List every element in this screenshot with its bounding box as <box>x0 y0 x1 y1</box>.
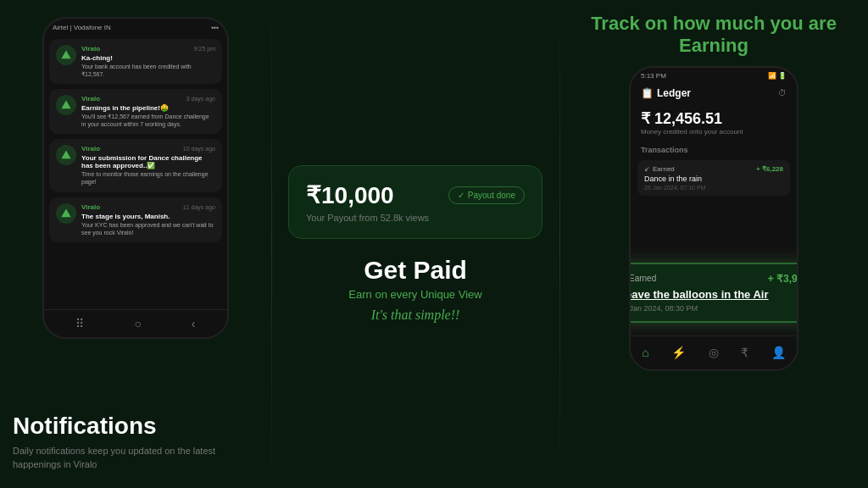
nav-icon-home: ○ <box>134 317 141 330</box>
notif-app-1: Viralo <box>81 45 100 53</box>
highlight-type-text: Earned <box>629 274 656 283</box>
earned-arrow-icon: ↙ <box>644 165 650 173</box>
middle-section: ₹10,000 ✓ Payout done Your Payout from 5… <box>271 0 559 488</box>
notifications-phone: Airtel | Vodafone IN ▪▪▪ Viralo 9:25 pm … <box>42 17 229 339</box>
nav-icon-menu: ⠿ <box>75 317 84 330</box>
notif-app-4: Viralo <box>81 203 100 211</box>
tx-type-1: ↙ Earned <box>644 165 675 173</box>
notifications-title: Notifications <box>13 413 259 440</box>
right-divider <box>559 0 560 488</box>
get-paid-italic: It's that simple!! <box>348 308 481 323</box>
transactions-label: Transactions <box>631 142 797 158</box>
notification-item-2[interactable]: Viralo 3 days ago Earnings in the pipeli… <box>49 89 222 134</box>
viralo-icon-4 <box>56 203 76 224</box>
tx-name-1: Dance in the rain <box>644 175 783 183</box>
right-status-bar: 5:13 PM 📶 🔋 <box>631 68 797 84</box>
tab-bolt-icon[interactable]: ⚡ <box>671 346 686 359</box>
payout-sub: Your Payout from 52.8k views <box>306 213 525 223</box>
highlight-transaction-card: ↙ Earned + ₹3,986 Leave the balloons in … <box>629 263 798 323</box>
ledger-header: 📋 Ledger ⏱ <box>631 84 797 103</box>
right-title: Track on how much you are Earning <box>576 13 851 58</box>
notification-item-1[interactable]: Viralo 9:25 pm Ka-ching! Your bank accou… <box>49 39 222 84</box>
notification-item-4[interactable]: Viralo 11 days ago The stage is yours, M… <box>49 197 222 242</box>
left-section: Airtel | Vodafone IN ▪▪▪ Viralo 9:25 pm … <box>0 0 271 488</box>
ledger-amount: ₹ 12,456.51 <box>641 109 787 128</box>
notif-title-1: Ka-ching! <box>81 54 215 62</box>
svg-marker-1 <box>61 101 70 109</box>
status-time: Airtel | Vodafone IN <box>53 24 111 31</box>
right-time: 5:13 PM <box>641 72 666 80</box>
notif-content-3: Viralo 10 days ago Your submission for D… <box>81 145 215 186</box>
tab-profile-icon[interactable]: 👤 <box>771 346 786 359</box>
notif-time-3: 10 days ago <box>183 146 215 152</box>
notif-time-4: 11 days ago <box>183 204 215 210</box>
ledger-icon: 📋 <box>641 87 654 99</box>
notifications-desc: Daily notifications keep you updated on … <box>13 445 259 471</box>
payout-amount: ₹10,000 <box>306 181 394 209</box>
svg-marker-0 <box>61 50 70 58</box>
phone-status-bar: Airtel | Vodafone IN ▪▪▪ <box>44 19 227 36</box>
tab-compass-icon[interactable]: ◎ <box>709 346 719 359</box>
viralo-icon-3 <box>56 145 76 165</box>
viralo-icon-2 <box>56 95 76 115</box>
tab-rupee-icon[interactable]: ₹ <box>741 346 748 359</box>
notif-time-1: 9:25 pm <box>194 46 215 52</box>
highlight-type: ↙ Earned <box>629 274 656 283</box>
left-divider <box>271 0 272 488</box>
earnings-phone-wrapper: 5:13 PM 📶 🔋 📋 Ledger ⏱ ₹ 12,456.51 Money… <box>629 66 798 371</box>
payout-badge-text: Payout done <box>468 191 515 200</box>
right-title-highlight: Earning <box>679 35 748 56</box>
highlight-date: 11 Jan 2024, 08:30 PM <box>629 304 798 313</box>
notification-item-3[interactable]: Viralo 10 days ago Your submission for D… <box>49 139 222 191</box>
get-paid-block: Get Paid Earn on every Unique View It's … <box>348 256 481 323</box>
notif-body-4: Your KYC has been approved and we can't … <box>81 221 215 236</box>
ledger-title: 📋 Ledger <box>641 87 691 99</box>
ledger-balance-block: ₹ 12,456.51 Money credited onto your acc… <box>631 103 797 142</box>
tx-date-1: 26 Jan 2024, 07:10 PM <box>644 185 783 191</box>
notif-content-4: Viralo 11 days ago The stage is yours, M… <box>81 203 215 236</box>
notif-time-2: 3 days ago <box>186 96 215 102</box>
tx-amount-1: + ₹6,228 <box>756 165 783 173</box>
notif-content-2: Viralo 3 days ago Earnings in the pipeli… <box>81 95 215 128</box>
payout-top: ₹10,000 ✓ Payout done <box>306 181 525 209</box>
svg-marker-3 <box>61 208 70 217</box>
highlight-top: ↙ Earned + ₹3,986 <box>629 273 798 285</box>
get-paid-title: Get Paid <box>348 256 481 285</box>
notif-body-1: Your bank account has been credited with… <box>81 63 215 78</box>
viralo-icon-1 <box>56 45 76 65</box>
notif-title-2: Earnings in the pipeline!🤑 <box>81 104 215 112</box>
highlight-amount: + ₹3,986 <box>768 273 798 285</box>
tab-home-icon[interactable]: ⌂ <box>642 346 648 359</box>
notif-title-3: Your submission for Dance challenge has … <box>81 154 215 169</box>
payout-badge: ✓ Payout done <box>448 186 525 204</box>
phone-nav-bar: ⠿ ○ ‹ <box>44 309 227 337</box>
get-paid-prefix: Earn on every <box>348 288 420 301</box>
right-section: Track on how much you are Earning 5:13 P… <box>559 0 868 488</box>
checkmark-icon: ✓ <box>458 191 465 200</box>
left-text-block: Notifications Daily notifications keep y… <box>13 405 259 471</box>
earnings-phone: 5:13 PM 📶 🔋 📋 Ledger ⏱ ₹ 12,456.51 Money… <box>629 66 798 371</box>
ledger-title-text: Ledger <box>657 87 691 99</box>
highlight-name: Leave the balloons in the Air <box>629 288 798 301</box>
bottom-tabs: ⌂ ⚡ ◎ ₹ 👤 <box>631 336 797 369</box>
payout-card: ₹10,000 ✓ Payout done Your Payout from 5… <box>288 165 542 239</box>
status-icons: ▪▪▪ <box>211 24 219 31</box>
tx-top-1: ↙ Earned + ₹6,228 <box>644 165 783 173</box>
svg-marker-2 <box>61 151 70 159</box>
notif-app-2: Viralo <box>81 95 100 103</box>
right-title-prefix: Track on how much you are <box>591 13 837 34</box>
notif-app-3: Viralo <box>81 145 100 152</box>
get-paid-highlight: Unique View <box>420 288 482 301</box>
transaction-row-1: ↙ Earned + ₹6,228 Dance in the rain 26 J… <box>637 160 790 196</box>
ledger-sub-text: Money credited onto your account <box>641 128 787 136</box>
notif-title-4: The stage is yours, Manish. <box>81 213 215 220</box>
tx-type-text-1: Earned <box>653 165 675 173</box>
nav-icon-back: ‹ <box>192 317 196 330</box>
ledger-clock-icon: ⏱ <box>778 88 787 97</box>
notif-body-2: You'll see ₹12,567 earned from Dance cha… <box>81 113 215 128</box>
get-paid-sub: Earn on every Unique View <box>348 288 481 301</box>
right-status-icons: 📶 🔋 <box>768 72 787 80</box>
notif-content-1: Viralo 9:25 pm Ka-ching! Your bank accou… <box>81 45 215 78</box>
notif-body-3: Time to monitor those earnings on the ch… <box>81 170 215 186</box>
